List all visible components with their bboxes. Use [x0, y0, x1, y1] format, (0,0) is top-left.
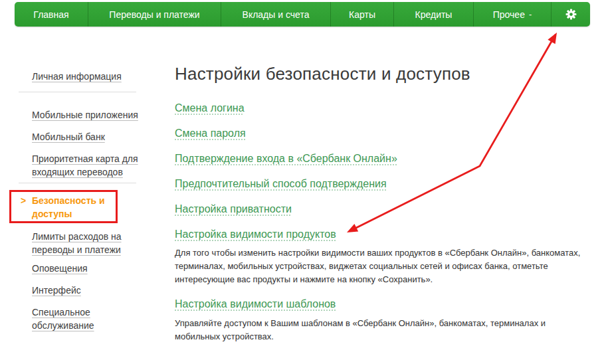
- main-content: Настройки безопасности и доступов Смена …: [175, 64, 581, 343]
- sidebar-item-mobile-apps[interactable]: Мобильные приложения: [32, 108, 138, 122]
- nav-item-credits[interactable]: Кредиты: [394, 2, 474, 27]
- link-template-visibility[interactable]: Настройка видимости шаблонов: [175, 298, 336, 310]
- dropdown-caret-icon: -: [529, 9, 532, 19]
- sidebar-item-spending-limits[interactable]: Лимиты расходов на переводы и платежи: [32, 230, 138, 256]
- sidebar-item-special-service[interactable]: Специальное обслуживание: [32, 306, 138, 332]
- sidebar-item-priority-card[interactable]: Приоритетная карта для входящих переводо…: [32, 152, 138, 179]
- top-navbar: Главная Переводы и платежи Вклады и счет…: [15, 2, 590, 27]
- sidebar-item-security-access[interactable]: > Безопасность и доступы: [32, 194, 138, 221]
- sidebar: Личная информация Мобильные приложения М…: [32, 70, 138, 341]
- nav-item-cards[interactable]: Карты: [331, 2, 394, 27]
- chevron-right-icon: >: [21, 194, 26, 207]
- annotation-arrowhead-top: [548, 33, 557, 44]
- sidebar-divider: [19, 92, 136, 92]
- link-change-login[interactable]: Смена логина: [175, 102, 245, 114]
- sidebar-divider: [19, 183, 136, 183]
- nav-item-deposits-accounts[interactable]: Вклады и счета: [221, 2, 331, 27]
- product-visibility-description: Для того чтобы изменить настройки видимо…: [175, 246, 581, 286]
- sidebar-item-mobile-bank[interactable]: Мобильный банк: [32, 130, 138, 143]
- gear-icon: [565, 8, 577, 21]
- link-login-confirmation[interactable]: Подтверждение входа в «Сбербанк Онлайн»: [175, 153, 397, 164]
- sidebar-item-label: Безопасность и доступы: [32, 195, 105, 219]
- nav-item-more[interactable]: Прочее -: [474, 2, 552, 27]
- link-preferred-confirmation-method[interactable]: Предпочтительный способ подтверждения: [175, 178, 387, 189]
- template-visibility-description: Управляйте доступом к Вашим шаблонам в «…: [175, 317, 581, 343]
- nav-item-transfers-payments[interactable]: Переводы и платежи: [88, 2, 221, 27]
- link-privacy-settings[interactable]: Настройка приватности: [175, 203, 292, 215]
- link-product-visibility[interactable]: Настройка видимости продуктов: [175, 228, 336, 240]
- nav-item-home[interactable]: Главная: [15, 2, 88, 27]
- sidebar-item-personal-info[interactable]: Личная информация: [32, 70, 138, 83]
- page-title: Настройки безопасности и доступов: [175, 64, 581, 84]
- nav-item-more-label: Прочее: [493, 9, 525, 20]
- nav-item-settings[interactable]: [552, 2, 590, 27]
- link-change-password[interactable]: Смена пароля: [175, 128, 246, 139]
- sidebar-item-interface[interactable]: Интерфейс: [32, 284, 138, 297]
- sidebar-item-notifications[interactable]: Оповещения: [32, 262, 138, 275]
- page: Главная Переводы и платежи Вклады и счет…: [0, 0, 604, 364]
